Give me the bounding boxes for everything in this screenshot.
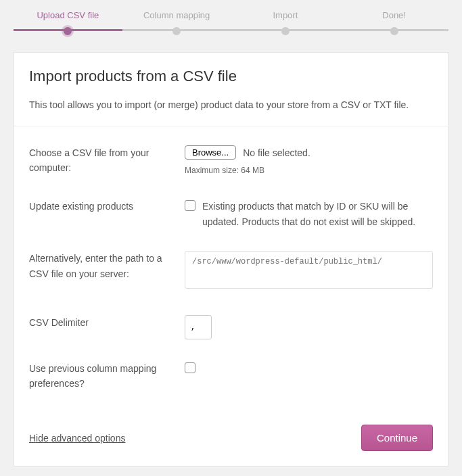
step-dot-icon	[172, 27, 181, 35]
row-update-existing: Update existing products Existing produc…	[29, 188, 433, 240]
update-existing-label: Update existing products	[29, 199, 185, 214]
step-upload[interactable]: Upload CSV file	[14, 10, 122, 35]
delimiter-input[interactable]	[185, 315, 212, 339]
choose-file-label: Choose a CSV file from your computer:	[29, 145, 185, 176]
file-status-text: No file selected.	[243, 145, 310, 160]
step-dot-icon	[281, 27, 290, 35]
browse-button[interactable]: Browse...	[185, 145, 236, 160]
page-description: This tool allows you to import (or merge…	[29, 97, 433, 114]
update-existing-desc: Existing products that match by ID or SK…	[202, 199, 433, 229]
page-title: Import products from a CSV file	[29, 68, 433, 85]
progress-steps: Upload CSV file Column mapping Import Do…	[14, 7, 448, 35]
step-done[interactable]: Done!	[340, 10, 448, 35]
step-dot-icon	[64, 27, 72, 35]
step-label: Import	[231, 10, 340, 20]
continue-button[interactable]: Continue	[361, 425, 433, 451]
row-prev-mapping: Use previous column mapping preferences?	[29, 350, 433, 402]
row-delimiter: CSV Delimiter	[29, 304, 433, 350]
step-import[interactable]: Import	[231, 10, 340, 35]
update-existing-checkbox[interactable]	[185, 200, 195, 211]
card-body: Choose a CSV file from your computer: Br…	[14, 126, 448, 410]
step-label: Done!	[340, 10, 448, 20]
card-header: Import products from a CSV file This too…	[14, 53, 448, 126]
toggle-advanced-link[interactable]: Hide advanced options	[29, 433, 125, 444]
card-footer: Hide advanced options Continue	[14, 410, 448, 466]
row-choose-file: Choose a CSV file from your computer: Br…	[29, 135, 433, 189]
step-label: Upload CSV file	[14, 10, 122, 20]
server-path-input[interactable]	[185, 251, 433, 289]
delimiter-label: CSV Delimiter	[29, 315, 185, 330]
prev-mapping-checkbox[interactable]	[185, 362, 195, 373]
step-label: Column mapping	[122, 10, 231, 20]
import-card: Import products from a CSV file This too…	[14, 52, 448, 467]
step-column-mapping[interactable]: Column mapping	[122, 10, 231, 35]
file-size-hint: Maximum size: 64 MB	[185, 164, 433, 177]
row-server-path: Alternatively, enter the path to a CSV f…	[29, 240, 433, 304]
server-path-label: Alternatively, enter the path to a CSV f…	[29, 251, 185, 281]
prev-mapping-label: Use previous column mapping preferences?	[29, 361, 185, 391]
step-dot-icon	[390, 27, 398, 35]
